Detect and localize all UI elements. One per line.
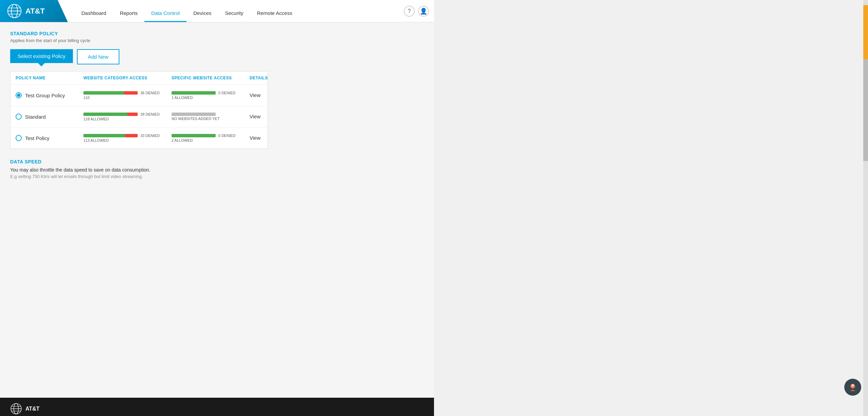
table-row: Test Policy 33 DENIED 113 ALLOWED <box>11 127 268 148</box>
policy-name-label-1: Test Group Policy <box>25 93 65 98</box>
view-link-1[interactable]: View <box>250 92 260 98</box>
nav-security[interactable]: Security <box>218 5 250 22</box>
specific-allowed-label-1: 1 ALLOWED <box>172 96 250 100</box>
category-bar-cell-3: 33 DENIED 113 ALLOWED <box>83 134 172 142</box>
view-link-2[interactable]: View <box>250 114 260 119</box>
standard-policy-subtitle: Applies from the start of your billing c… <box>10 38 424 43</box>
view-link-3[interactable]: View <box>250 135 260 141</box>
help-button[interactable]: ? <box>404 6 415 17</box>
footer-globe-icon <box>10 403 22 415</box>
specific-denied-label-1: 0 DENIED <box>218 91 236 95</box>
add-new-policy-button[interactable]: Add New <box>77 49 119 64</box>
details-cell-1: View <box>250 92 283 98</box>
col-details: DETAILS <box>250 76 283 80</box>
denied-label-2: 28 DENIED <box>140 112 160 116</box>
table-header: POLICY NAME WEBSITE CATEGORY ACCESS SPEC… <box>11 72 268 85</box>
nav-dashboard[interactable]: Dashboard <box>75 5 113 22</box>
denied-label-1: 36 DENIED <box>140 91 160 95</box>
radio-standard[interactable] <box>16 114 22 120</box>
allowed-label-2: 118 ALLOWED <box>83 117 172 121</box>
policy-buttons: Select existing Policy Add New <box>10 49 424 64</box>
specific-denied-label-3: 0 DENIED <box>218 134 236 138</box>
logo-area: AT&T <box>0 0 68 22</box>
table-row: Test Group Policy 36 DENIED 110 <box>11 85 268 106</box>
specific-bar-cell-3: 0 DENIED 2 ALLOWED <box>172 134 250 142</box>
footer-logo-text: AT&T <box>25 406 39 412</box>
allowed-label-1: 110 <box>83 96 172 100</box>
standard-policy-section: STANDARD POLICY Applies from the start o… <box>10 31 424 149</box>
footer-logo: AT&T <box>10 403 39 415</box>
user-button[interactable]: 👤 <box>418 6 429 17</box>
logo-text: AT&T <box>25 7 45 16</box>
data-speed-text: You may also throttle the data speed to … <box>10 167 424 173</box>
policy-name-cell-1[interactable]: Test Group Policy <box>16 92 83 98</box>
policy-name-cell-2[interactable]: Standard <box>16 114 83 120</box>
denied-label-3: 33 DENIED <box>140 134 160 138</box>
standard-policy-title: STANDARD POLICY <box>10 31 424 36</box>
specific-allowed-label-3: 2 ALLOWED <box>172 138 250 142</box>
select-existing-policy-button[interactable]: Select existing Policy <box>10 49 73 63</box>
details-cell-2: View <box>250 114 283 120</box>
nav-reports[interactable]: Reports <box>113 5 144 22</box>
col-policy-name: POLICY NAME <box>16 76 83 80</box>
att-globe-icon <box>7 3 22 19</box>
table-row: Standard 28 DENIED 118 ALLOWED <box>11 106 268 127</box>
header-actions: ? 👤 <box>399 0 434 22</box>
nav-remote-access[interactable]: Remote Access <box>250 5 299 22</box>
footer: AT&T <box>0 398 434 416</box>
data-speed-subtext: E.g setting 750 Kb/s will let emails thr… <box>10 174 424 179</box>
col-website-category: WEBSITE CATEGORY ACCESS <box>83 76 172 80</box>
header: AT&T Dashboard Reports Data Control Devi… <box>0 0 434 22</box>
data-speed-title: DATA SPEED <box>10 159 424 164</box>
specific-bar-cell-1: 0 DENIED 1 ALLOWED <box>172 91 250 100</box>
radio-test-policy[interactable] <box>16 135 22 141</box>
allowed-label-3: 113 ALLOWED <box>83 138 172 142</box>
specific-bar-cell-2: NO WEBSITES ADDED YET <box>172 113 250 121</box>
nav-data-control[interactable]: Data Control <box>144 5 186 22</box>
category-bar-cell-1: 36 DENIED 110 <box>83 91 172 100</box>
radio-test-group-policy[interactable] <box>16 92 22 98</box>
policy-name-label-3: Test Policy <box>25 135 50 141</box>
specific-no-websites-label: NO WEBSITES ADDED YET <box>172 117 250 121</box>
policy-table: POLICY NAME WEBSITE CATEGORY ACCESS SPEC… <box>10 71 268 149</box>
policy-name-label-2: Standard <box>25 114 46 120</box>
main-nav: Dashboard Reports Data Control Devices S… <box>68 0 399 22</box>
category-bar-cell-2: 28 DENIED 118 ALLOWED <box>83 112 172 121</box>
data-speed-section: DATA SPEED You may also throttle the dat… <box>10 159 424 179</box>
nav-devices[interactable]: Devices <box>186 5 218 22</box>
policy-name-cell-3[interactable]: Test Policy <box>16 135 83 141</box>
main-content: STANDARD POLICY Applies from the start o… <box>0 22 434 398</box>
details-cell-3: View <box>250 135 283 141</box>
col-specific-website: SPECIFIC WEBSITE ACCESS <box>172 76 250 80</box>
